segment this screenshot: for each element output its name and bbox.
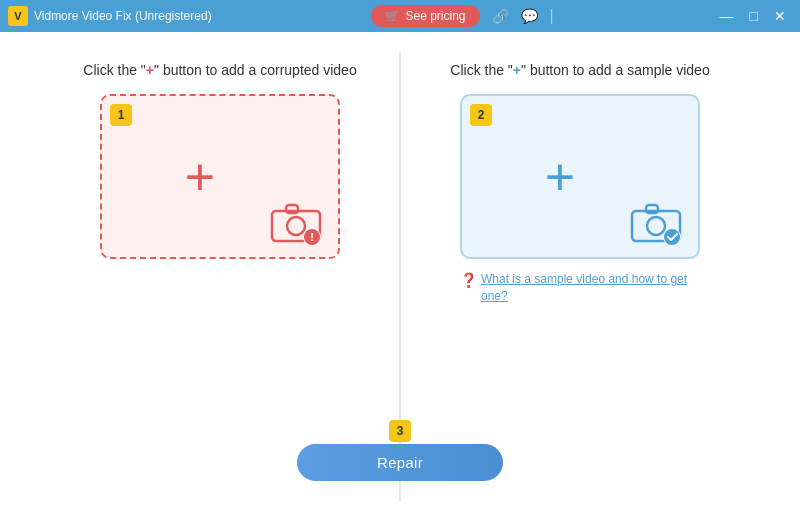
- svg-rect-2: [286, 205, 298, 213]
- svg-rect-8: [646, 205, 658, 213]
- separator: |: [550, 7, 554, 25]
- title-bar: V Vidmore Video Fix (Unregistered) 🛒 See…: [0, 0, 800, 32]
- minimize-button[interactable]: —: [714, 7, 740, 25]
- maximize-button[interactable]: □: [744, 7, 764, 25]
- right-panel-instruction: Click the "+" button to add a sample vid…: [450, 62, 709, 78]
- close-button[interactable]: ✕: [768, 7, 792, 25]
- sample-video-dropzone[interactable]: 2 +: [460, 94, 700, 259]
- left-panel: Click the "+" button to add a corrupted …: [40, 52, 400, 434]
- badge-3: 3: [389, 420, 411, 442]
- left-plus-highlight: +: [146, 62, 154, 78]
- help-link-container: ❓ What is a sample video and how to get …: [460, 271, 700, 305]
- repair-section: 3 Repair: [297, 434, 503, 501]
- title-bar-left: V Vidmore Video Fix (Unregistered): [8, 6, 212, 26]
- corrupted-video-dropzone[interactable]: 1 + !: [100, 94, 340, 259]
- svg-text:!: !: [310, 231, 314, 243]
- main-content: Click the "+" button to add a corrupted …: [0, 32, 800, 521]
- sample-video-help-link[interactable]: What is a sample video and how to get on…: [481, 271, 700, 305]
- badge-2: 2: [470, 104, 492, 126]
- svg-point-10: [664, 229, 680, 245]
- link-icon[interactable]: 🔗: [492, 8, 509, 24]
- app-title: Vidmore Video Fix (Unregistered): [34, 9, 212, 23]
- chat-icon[interactable]: 💬: [521, 8, 538, 24]
- add-corrupted-plus-icon: +: [185, 151, 215, 203]
- right-plus-highlight: +: [513, 62, 521, 78]
- add-sample-plus-icon: +: [545, 151, 575, 203]
- svg-point-1: [287, 217, 305, 235]
- repair-button[interactable]: Repair: [297, 444, 503, 481]
- sample-camera-icon: [628, 199, 684, 245]
- corrupted-camera-icon: !: [268, 199, 324, 245]
- svg-point-7: [647, 217, 665, 235]
- left-panel-instruction: Click the "+" button to add a corrupted …: [83, 62, 356, 78]
- badge-1: 1: [110, 104, 132, 126]
- title-bar-center: 🛒 See pricing 🔗 💬 |: [371, 5, 553, 27]
- help-icon: ❓: [460, 272, 477, 288]
- app-logo: V: [8, 6, 28, 26]
- pricing-button[interactable]: 🛒 See pricing: [371, 5, 479, 27]
- cart-icon: 🛒: [385, 9, 400, 23]
- window-controls: — □ ✕: [714, 7, 792, 25]
- right-panel: Click the "+" button to add a sample vid…: [400, 52, 760, 434]
